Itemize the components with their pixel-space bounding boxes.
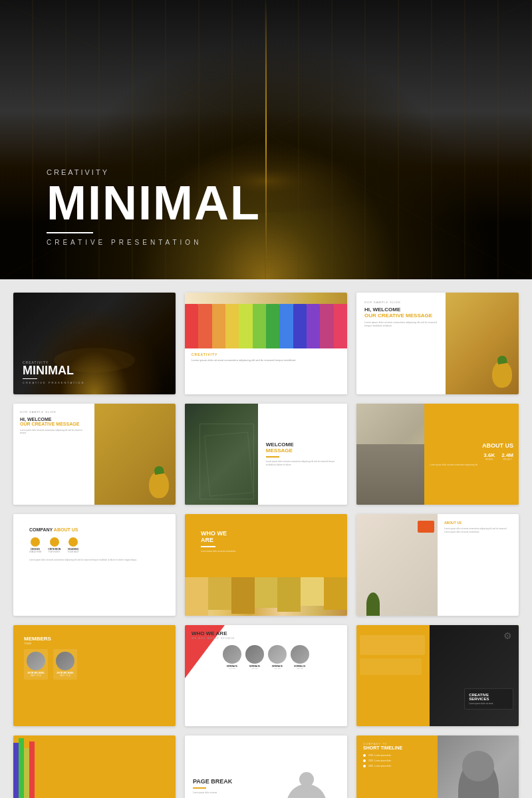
slide1-line	[23, 378, 37, 379]
slide15-title: SHORT TIMELINE	[363, 745, 439, 750]
slide9-img	[356, 514, 438, 616]
slide6-pencil-bottom	[356, 444, 424, 505]
slide5-line	[266, 456, 279, 458]
slide-thumb-1[interactable]: CREATIVITY MINIMAL CREATIVE PRESENTATION	[13, 293, 176, 394]
slide1-tag: CREATIVE PRESENTATION	[23, 381, 84, 384]
pencil-pink	[320, 304, 333, 348]
hero-subtitle: CREATIVITY	[47, 168, 261, 176]
slide-thumb-6[interactable]: ABOUT US 3.6K DESIGN 2.4M PROJECT Lorem …	[356, 404, 519, 505]
pencil-green	[266, 304, 279, 348]
slide5-msg: MESSAGE	[266, 448, 339, 454]
slide7-body: Lorem ipsum dolor sit amet consectetur a…	[29, 559, 160, 562]
slide8-content: WHO WE ARE Lorem ipsum dolor sit amet co…	[193, 522, 339, 561]
hero-tagline: CREATIVE PRESENTATION	[47, 239, 261, 246]
slide-thumb-2[interactable]: CREATIVITY Lorem ipsum dolor sit amet co…	[185, 293, 347, 394]
slide15-t1: 2018 - Lorem ipsum dolor	[368, 754, 391, 757]
slide15-item2: 2019 - Lorem ipsum dolor	[363, 759, 439, 762]
slide11-content: WHO WE ARE WE ARE MAGIC STUDIO SERENA M.…	[185, 625, 347, 675]
slide7-icon2-circle	[50, 537, 59, 547]
slide10-member2-role: PART TITLE	[56, 674, 74, 677]
slide-thumb-15[interactable]: COMPANY TO SHORT TIMELINE 2018 - Lorem i…	[356, 735, 519, 798]
slide12-dark: ⚙ CREATIVE SERVICES Lorem ipsum dolor si…	[430, 625, 519, 727]
slide5-right: WELCOME MESSAGE Lorem ipsum dolor sit am…	[258, 404, 347, 505]
slide7-icon2-sub: FOR EVERY	[48, 551, 61, 553]
slide11-person4-photo	[291, 645, 309, 664]
slide11-person2-role: WE ARE	[245, 668, 264, 670]
slide2-text: Lorem ipsum dolor sit amet consectetur a…	[192, 358, 340, 362]
slide11-sub: WE ARE MAGIC STUDIO	[192, 636, 340, 640]
slide9-body: Lorem ipsum dolor sit amet consectetur a…	[444, 527, 512, 533]
slide5-body: Lorem ipsum dolor sit amet consectetur a…	[266, 460, 339, 467]
slide5-img	[185, 404, 258, 505]
slide3-sup: OUR SAMPLE SLIDE	[364, 301, 438, 304]
slide8-body: Lorem ipsum dolor sit amet consectetur.	[201, 550, 279, 553]
slide7-icon3-sub: YOUR NEXT	[67, 551, 79, 553]
slide12-card: CREATIVE SERVICES Lorem ipsum dolor sit …	[464, 688, 513, 710]
slide12-sub: Lorem ipsum dolor sit amet.	[469, 702, 509, 705]
slide10-member1-photo	[27, 652, 45, 670]
slide7-icon2: CRITERION FOR EVERY	[48, 537, 61, 553]
slide7-icon1-circle	[31, 537, 40, 547]
s13-p3	[24, 748, 29, 798]
slide1-content: CREATIVITY MINIMAL CREATIVE PRESENTATION	[23, 360, 84, 384]
slide11-title: WHO WE ARE	[192, 630, 340, 636]
pencil-orange-red	[198, 304, 211, 348]
slide7-icon3-circle	[68, 537, 78, 547]
slide15-t2: 2019 - Lorem ipsum dolor	[368, 759, 391, 762]
slide10-content: MEMBERS TEAM JHON MICHAEL PART TITLE JHO…	[19, 630, 170, 685]
slide-thumb-8[interactable]: WHO WE ARE Lorem ipsum dolor sit amet co…	[185, 514, 347, 616]
slide-thumb-14[interactable]: PAGE BREAK Lorem ipsum dolor sit amet	[185, 735, 347, 798]
slide6-stat2: 2.4M PROJECT	[501, 452, 513, 461]
slide7-about: ABOUT US	[54, 527, 78, 532]
slide-thumb-7[interactable]: COMPANY ABOUT US DESIGN STAND FIRM CRITE…	[13, 514, 176, 616]
pencil-rose	[334, 304, 347, 348]
slide-thumb-9[interactable]: ABOUT US Lorem ipsum dolor sit amet cons…	[356, 514, 519, 616]
pencil-yellow	[225, 304, 239, 348]
slide7-icons: DESIGN STAND FIRM CRITERION FOR EVERY HE…	[29, 537, 160, 553]
slide15-person	[438, 735, 519, 798]
slide6-stat1-num: 3.6K	[483, 452, 495, 458]
slide-thumb-12[interactable]: ⚙ CREATIVE SERVICES Lorem ipsum dolor si…	[356, 625, 519, 727]
slide-thumb-11[interactable]: WHO WE ARE WE ARE MAGIC STUDIO SERENA M.…	[185, 625, 347, 727]
slide15-item3: 2020 - Lorem ipsum dolor	[363, 765, 439, 767]
slide-thumb-5[interactable]: WELCOME MESSAGE Lorem ipsum dolor sit am…	[185, 404, 347, 505]
p-y4	[255, 577, 278, 608]
slide15-dot3	[363, 765, 366, 767]
slide14-left: PAGE BREAK Lorem ipsum dolor sit amet	[185, 735, 266, 798]
slide7-company: COMPANY	[29, 527, 53, 532]
slide10-member2: JHON MICHAEL PART TITLE	[53, 649, 77, 680]
slide-thumb-10[interactable]: MEMBERS TEAM JHON MICHAEL PART TITLE JHO…	[13, 625, 176, 727]
slide9-plant	[366, 593, 380, 616]
slide4-message: OUR CREATIVE MESSAGE	[20, 422, 88, 426]
slide11-person1-role: WE ARE	[223, 668, 241, 670]
slide7-title: COMPANY ABOUT US	[29, 527, 160, 532]
slide7-icon1-sub: STAND FIRM	[29, 551, 41, 553]
slide10-sub: TEAM	[24, 642, 165, 645]
slide6-body: Lorem ipsum dolor sit amet consectetur a…	[430, 464, 513, 466]
slide11-person1: SERENA M. WE ARE	[223, 645, 241, 670]
slide6-stat2-num: 2.4M	[501, 452, 513, 458]
slide2-top	[185, 293, 347, 348]
slide10-title: MEMBERS	[24, 636, 165, 642]
pencil-light-green	[253, 304, 266, 348]
slide12-card2	[360, 658, 422, 675]
slide8-line	[201, 546, 215, 547]
p-y1	[185, 577, 208, 616]
slide2-label: CREATIVITY	[192, 352, 340, 356]
slide4-body: Lorem ipsum dolor sit amet consectetur a…	[20, 429, 88, 435]
slide11-person2: SERENA M. WE ARE	[245, 645, 264, 670]
slide4-left: OUR SAMPLE SLIDE HI, WELCOME OUR CREATIV…	[13, 404, 94, 505]
slide9-label: ABOUT US	[444, 521, 512, 525]
pineapple-decoration	[492, 361, 512, 388]
slide11-people: SERENA M. WE ARE SERENA M. WE ARE SERENA…	[192, 645, 340, 670]
slide4-sup: OUR SAMPLE SLIDE	[20, 410, 88, 414]
slide-thumb-13[interactable]: CREATIVE PORTFOLIO PART TITLE	[13, 735, 176, 798]
slide-thumb-4[interactable]: OUR SAMPLE SLIDE HI, WELCOME OUR CREATIV…	[13, 404, 176, 505]
slide11-person2-photo	[245, 645, 264, 664]
slide-thumb-3[interactable]: OUR SAMPLE SLIDE HI, WELCOME OUR CREATIV…	[356, 293, 519, 394]
slide3-body: Lorem ipsum dolor sit amet consectetur a…	[364, 321, 438, 329]
slide3-right	[446, 293, 519, 394]
p-y3	[231, 577, 255, 614]
slide11-person3-role: WE ARE	[268, 668, 287, 670]
slide5-welcome: WELCOME	[266, 442, 339, 448]
